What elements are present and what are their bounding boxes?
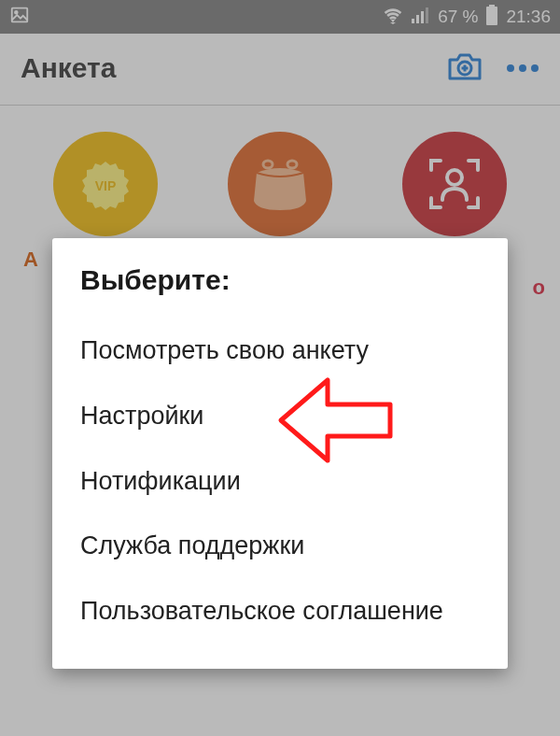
dialog-item-view-profile[interactable]: Посмотреть свою анкету bbox=[80, 318, 480, 384]
dialog-item-notifications[interactable]: Нотификации bbox=[80, 449, 480, 515]
dialog-item-support[interactable]: Служба поддержки bbox=[80, 514, 480, 579]
dialog-title: Выберите: bbox=[80, 264, 480, 296]
options-dialog: Выберите: Посмотреть свою анкету Настрой… bbox=[52, 238, 508, 669]
dialog-item-agreement[interactable]: Пользовательское соглашение bbox=[80, 579, 480, 644]
dialog-item-settings[interactable]: Настройки bbox=[80, 384, 480, 449]
